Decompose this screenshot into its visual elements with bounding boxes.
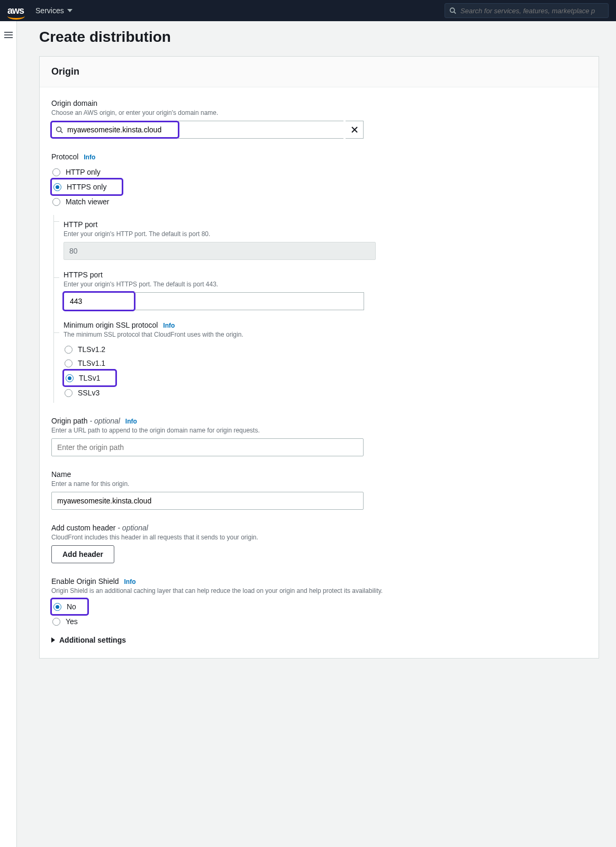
- highlight: HTTPS only: [51, 179, 122, 195]
- origin-path-input[interactable]: [51, 438, 364, 456]
- sidebar-toggle[interactable]: [0, 21, 17, 847]
- name-input[interactable]: [51, 492, 364, 510]
- add-header-button[interactable]: Add header: [51, 545, 114, 563]
- additional-settings-label: Additional settings: [59, 636, 126, 644]
- origin-shield-no-radio[interactable]: No: [52, 600, 77, 614]
- protocol-field: Protocol Info HTTP only HTTPS only: [51, 152, 587, 403]
- ssl-protocol-hint: The minimum SSL protocol that CloudFront…: [64, 331, 587, 338]
- top-nav: aws Services: [0, 0, 616, 21]
- ssl-tls11-radio[interactable]: TLSv1.1: [64, 356, 587, 370]
- hamburger-icon: [4, 32, 13, 38]
- origin-domain-field: Origin domain Choose an AWS origin, or e…: [51, 99, 587, 139]
- radio-icon: [52, 618, 60, 626]
- origin-domain-input[interactable]: [67, 125, 174, 134]
- protocol-http-radio[interactable]: HTTP only: [51, 165, 587, 179]
- protocol-match-radio[interactable]: Match viewer: [51, 195, 587, 209]
- ssl-protocol-info-link[interactable]: Info: [163, 322, 175, 329]
- radio-label: TLSv1.1: [78, 359, 105, 367]
- main-content: Create distribution Origin Origin domain…: [17, 21, 616, 847]
- radio-icon: [53, 183, 61, 191]
- nav-search-input[interactable]: [460, 7, 604, 15]
- origin-shield-label: Enable Origin Shield: [51, 577, 119, 585]
- additional-settings-toggle[interactable]: Additional settings: [51, 634, 587, 646]
- svg-line-3: [61, 131, 63, 133]
- radio-label: TLSv1: [79, 374, 100, 382]
- protocol-https-radio[interactable]: HTTPS only: [52, 180, 107, 194]
- https-port-input[interactable]: [65, 293, 133, 309]
- optional-tag: - optional: [89, 417, 120, 425]
- custom-header-hint: CloudFront includes this header in all r…: [51, 534, 587, 541]
- aws-logo[interactable]: aws: [7, 5, 24, 16]
- ssl-protocol-label: Minimum origin SSL protocol: [64, 321, 158, 329]
- origin-path-field: Origin path - optional Info Enter a URL …: [51, 417, 587, 456]
- svg-point-2: [57, 127, 61, 132]
- caret-down-icon: [67, 9, 73, 12]
- services-label: Services: [35, 6, 64, 15]
- protocol-info-link[interactable]: Info: [84, 154, 95, 161]
- origin-path-info-link[interactable]: Info: [125, 418, 137, 425]
- origin-domain-search[interactable]: [51, 122, 178, 138]
- http-port-input: [64, 242, 376, 260]
- origin-shield-info-link[interactable]: Info: [124, 578, 136, 585]
- name-label: Name: [51, 470, 587, 479]
- origin-path-hint: Enter a URL path to append to the origin…: [51, 427, 587, 434]
- svg-point-0: [450, 8, 455, 12]
- origin-shield-yes-radio[interactable]: Yes: [51, 615, 587, 628]
- ssl-tls1-radio[interactable]: TLSv1: [65, 371, 101, 385]
- optional-tag: - optional: [117, 524, 148, 532]
- https-port-field: HTTPS port Enter your origin's HTTPS por…: [64, 271, 587, 310]
- radio-icon: [66, 374, 74, 382]
- panel-title: Origin: [51, 66, 587, 77]
- aws-logo-text: aws: [7, 5, 24, 16]
- custom-header-field: Add custom header - optional CloudFront …: [51, 524, 587, 563]
- origin-shield-field: Enable Origin Shield Info Origin Shield …: [51, 577, 587, 628]
- radio-icon: [65, 389, 73, 397]
- http-port-hint: Enter your origin's HTTP port. The defau…: [64, 230, 587, 238]
- highlight: [64, 292, 134, 310]
- radio-label: HTTPS only: [67, 183, 106, 191]
- name-field: Name Enter a name for this origin.: [51, 470, 587, 510]
- origin-domain-hint: Choose an AWS origin, or enter your orig…: [51, 109, 587, 116]
- protocol-label: Protocol: [51, 152, 78, 161]
- http-port-label: HTTP port: [64, 220, 587, 229]
- radio-label: TLSv1.2: [78, 345, 105, 354]
- ssl-tls12-radio[interactable]: TLSv1.2: [64, 343, 587, 356]
- nav-search[interactable]: [445, 3, 609, 18]
- https-port-hint: Enter your origin's HTTPS port. The defa…: [64, 281, 587, 288]
- http-port-field: HTTP port Enter your origin's HTTP port.…: [64, 220, 587, 260]
- https-port-label: HTTPS port: [64, 271, 587, 279]
- radio-label: No: [67, 602, 76, 611]
- radio-icon: [52, 168, 60, 176]
- highlight: [51, 122, 178, 138]
- radio-label: Match viewer: [66, 197, 109, 206]
- radio-icon: [65, 346, 73, 354]
- services-menu[interactable]: Services: [35, 6, 73, 15]
- custom-header-label: Add custom header: [51, 524, 115, 532]
- page-title: Create distribution: [39, 29, 599, 46]
- ssl-protocol-field: Minimum origin SSL protocol Info The min…: [64, 321, 587, 400]
- highlight: No: [51, 599, 88, 615]
- search-icon: [449, 7, 456, 14]
- radio-label: Yes: [66, 617, 78, 626]
- search-icon: [56, 126, 63, 133]
- origin-path-label: Origin path: [51, 417, 87, 425]
- radio-icon: [52, 198, 60, 206]
- aws-swoosh-icon: [7, 15, 25, 20]
- origin-panel: Origin Origin domain Choose an AWS origi…: [39, 56, 599, 659]
- close-icon: [350, 125, 359, 134]
- name-hint: Enter a name for this origin.: [51, 480, 587, 488]
- radio-label: HTTP only: [66, 168, 101, 176]
- origin-domain-clear[interactable]: [346, 121, 364, 139]
- radio-label: SSLv3: [78, 389, 99, 397]
- highlight: TLSv1: [64, 370, 116, 386]
- triangle-right-icon: [51, 637, 55, 643]
- radio-icon: [65, 359, 73, 367]
- protocol-sub-settings: HTTP port Enter your origin's HTTP port.…: [53, 215, 587, 403]
- origin-domain-label: Origin domain: [51, 99, 587, 107]
- radio-icon: [53, 603, 61, 611]
- panel-header: Origin: [40, 57, 599, 87]
- origin-shield-hint: Origin Shield is an additional caching l…: [51, 587, 587, 594]
- svg-line-1: [454, 12, 456, 13]
- ssl-ssl3-radio[interactable]: SSLv3: [64, 386, 587, 400]
